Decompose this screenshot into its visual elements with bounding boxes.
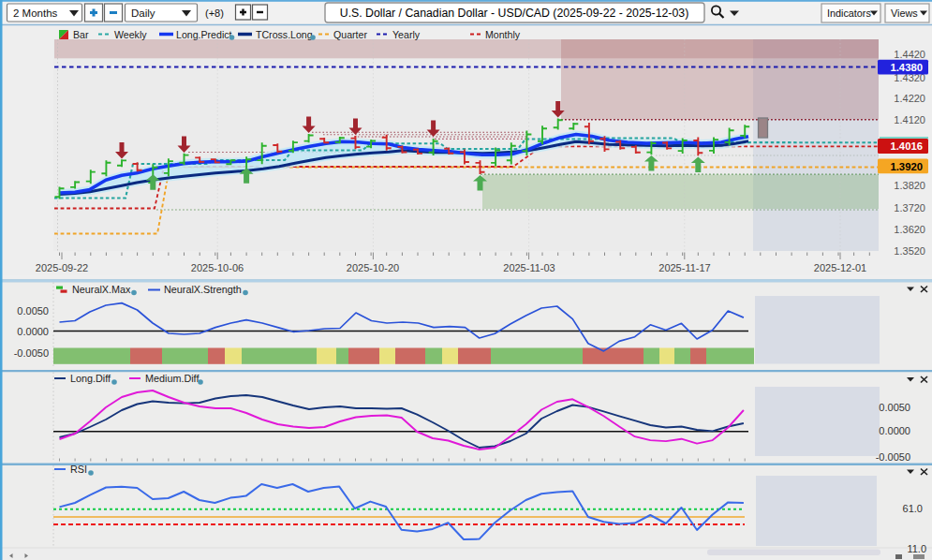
svg-text:1.3620: 1.3620 bbox=[894, 224, 925, 235]
svg-text:-0.0050: -0.0050 bbox=[876, 451, 910, 463]
svg-text:1.4016: 1.4016 bbox=[890, 140, 923, 152]
svg-text:Quarter: Quarter bbox=[333, 29, 367, 40]
svg-text:1.4120: 1.4120 bbox=[894, 114, 925, 125]
svg-text:11.0: 11.0 bbox=[907, 543, 926, 554]
svg-text:1.3920: 1.3920 bbox=[890, 161, 923, 172]
svg-text:Views: Views bbox=[891, 7, 918, 19]
svg-text:Yearly: Yearly bbox=[392, 29, 421, 40]
svg-text:1.4220: 1.4220 bbox=[894, 93, 925, 104]
svg-text:Medium.Diff: Medium.Diff bbox=[145, 373, 200, 384]
svg-text:1.3520: 1.3520 bbox=[894, 245, 925, 257]
svg-text:TCross.Long: TCross.Long bbox=[256, 29, 313, 40]
svg-text:1.4380: 1.4380 bbox=[890, 62, 923, 73]
svg-text:2025-11-03: 2025-11-03 bbox=[503, 262, 555, 273]
svg-text:61.0: 61.0 bbox=[903, 503, 923, 514]
svg-text:NeuralX.Strength: NeuralX.Strength bbox=[164, 284, 242, 295]
svg-text:Weekly: Weekly bbox=[114, 29, 147, 40]
svg-text:2025-09-22: 2025-09-22 bbox=[36, 262, 88, 273]
svg-text:Monthly: Monthly bbox=[485, 29, 521, 40]
svg-text:0.0050: 0.0050 bbox=[17, 305, 49, 317]
svg-text:Long.Diff: Long.Diff bbox=[70, 373, 111, 384]
svg-text:Bar: Bar bbox=[73, 29, 89, 40]
svg-text:(+8): (+8) bbox=[205, 7, 224, 19]
svg-text:Indicators: Indicators bbox=[827, 7, 871, 19]
svg-text:1.3720: 1.3720 bbox=[894, 202, 925, 214]
svg-text:2025-10-06: 2025-10-06 bbox=[191, 262, 244, 273]
svg-text:Long.Predict: Long.Predict bbox=[176, 29, 232, 40]
svg-text:2 Months: 2 Months bbox=[13, 7, 58, 19]
svg-text:2025-12-01: 2025-12-01 bbox=[814, 262, 866, 273]
svg-text:1.4420: 1.4420 bbox=[894, 49, 925, 60]
svg-text:RSI: RSI bbox=[70, 464, 87, 475]
svg-text:-0.0050: -0.0050 bbox=[14, 347, 49, 359]
svg-text:0.0000: 0.0000 bbox=[17, 326, 49, 337]
svg-text:Daily: Daily bbox=[131, 7, 155, 19]
svg-text:NeuralX.Max: NeuralX.Max bbox=[72, 284, 131, 295]
svg-text:0.0000: 0.0000 bbox=[879, 425, 910, 436]
svg-text:2025-10-20: 2025-10-20 bbox=[347, 262, 399, 273]
svg-text:U.S. Dollar / Canadian Dollar: U.S. Dollar / Canadian Dollar - USD/CAD … bbox=[340, 7, 689, 20]
svg-text:2025-11-17: 2025-11-17 bbox=[658, 262, 710, 273]
svg-text:1.3820: 1.3820 bbox=[894, 180, 925, 191]
svg-text:0.0050: 0.0050 bbox=[879, 402, 910, 413]
